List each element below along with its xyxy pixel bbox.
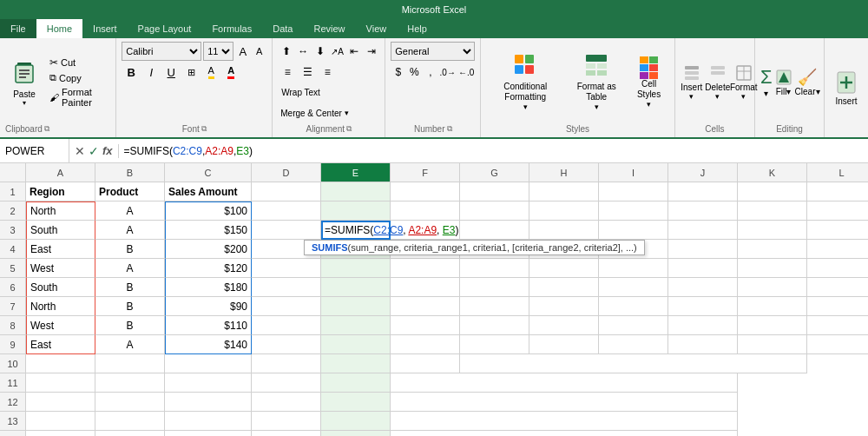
underline-button[interactable]: U bbox=[161, 63, 181, 82]
cell-e10[interactable] bbox=[321, 354, 391, 373]
delete-button[interactable]: Delete▾ bbox=[707, 63, 729, 101]
number-format-select[interactable]: General bbox=[391, 42, 475, 61]
cell-f1[interactable] bbox=[391, 182, 460, 201]
cell-l9[interactable] bbox=[807, 335, 868, 354]
cell-e8[interactable] bbox=[321, 316, 391, 335]
cell-c4[interactable]: $200 bbox=[165, 240, 252, 259]
align-top-btn[interactable]: ⬆ bbox=[278, 42, 294, 61]
cell-i2[interactable] bbox=[599, 201, 668, 221]
col-header-k[interactable]: K bbox=[738, 163, 807, 182]
cell-l4[interactable] bbox=[807, 240, 868, 259]
cell-f10[interactable] bbox=[391, 354, 460, 373]
cell-l5[interactable] bbox=[807, 259, 868, 278]
cell-c6[interactable]: $180 bbox=[165, 278, 252, 297]
cell-j7[interactable] bbox=[668, 297, 738, 316]
cell-l7[interactable] bbox=[807, 297, 868, 316]
cell-b6[interactable]: B bbox=[95, 278, 165, 297]
cell-b10[interactable] bbox=[95, 354, 165, 373]
cell-k7[interactable] bbox=[738, 297, 807, 316]
cell-j5[interactable] bbox=[668, 259, 738, 278]
col-header-b[interactable]: B bbox=[95, 163, 165, 182]
cell-j6[interactable] bbox=[668, 278, 738, 297]
cell-e5[interactable] bbox=[321, 259, 391, 278]
cell-k1[interactable] bbox=[738, 182, 807, 201]
tab-formulas[interactable]: Formulas bbox=[201, 19, 262, 38]
cell-a5[interactable]: West bbox=[26, 259, 95, 278]
rotate-text-btn[interactable]: ↗A bbox=[329, 42, 345, 61]
cell-a10[interactable] bbox=[26, 354, 95, 373]
cell-d5[interactable] bbox=[252, 259, 321, 278]
cell-styles-button[interactable]: Cell Styles ▾ bbox=[628, 55, 668, 110]
cell-b5[interactable]: A bbox=[95, 259, 165, 278]
col-header-g[interactable]: G bbox=[460, 163, 529, 182]
cell-h7[interactable] bbox=[529, 297, 599, 316]
cell-l6[interactable] bbox=[807, 278, 868, 297]
cell-e1[interactable] bbox=[321, 182, 391, 201]
cell-h8[interactable] bbox=[529, 316, 599, 335]
cell-e7[interactable] bbox=[321, 297, 391, 316]
cell-l2[interactable] bbox=[807, 201, 868, 221]
wrap-text-btn[interactable]: Wrap Text bbox=[278, 83, 324, 102]
tab-data[interactable]: Data bbox=[262, 19, 303, 38]
autosum-button[interactable]: Σ ▾ bbox=[760, 66, 773, 98]
cell-l1[interactable] bbox=[807, 182, 868, 201]
tab-home[interactable]: Home bbox=[36, 19, 82, 38]
cell-b1[interactable]: Product bbox=[95, 182, 165, 201]
font-name-select[interactable]: Calibri bbox=[122, 42, 201, 61]
format-button[interactable]: Format▾ bbox=[733, 63, 755, 101]
cell-k4[interactable] bbox=[738, 240, 807, 259]
name-box[interactable] bbox=[0, 139, 69, 162]
cell-d10[interactable] bbox=[252, 354, 321, 373]
paste-button[interactable]: Paste ▾ bbox=[5, 42, 43, 122]
formula-input[interactable]: =SUMIFS(C2:C9, A2:A9, E3) bbox=[119, 145, 868, 157]
font-color-button[interactable]: A bbox=[221, 63, 240, 82]
cell-k8[interactable] bbox=[738, 316, 807, 335]
cell-i8[interactable] bbox=[599, 316, 668, 335]
bold-button[interactable]: B bbox=[122, 63, 141, 82]
cell-h9[interactable] bbox=[529, 335, 599, 354]
cell-e3[interactable]: =SUMIFS(C2:C9, A2:A9, E3) bbox=[321, 221, 391, 240]
cut-button[interactable]: ✂ Cut bbox=[47, 56, 110, 69]
cell-g7[interactable] bbox=[460, 297, 529, 316]
col-header-d[interactable]: D bbox=[252, 163, 321, 182]
cell-g9[interactable] bbox=[460, 335, 529, 354]
cell-h5[interactable] bbox=[529, 259, 599, 278]
cell-f8[interactable] bbox=[391, 316, 460, 335]
indent-decrease-btn[interactable]: ⇤ bbox=[346, 42, 363, 61]
cell-i1[interactable] bbox=[599, 182, 668, 201]
cell-j3[interactable] bbox=[668, 221, 738, 240]
align-middle-btn[interactable]: ↔ bbox=[295, 42, 312, 61]
cell-a6[interactable]: South bbox=[26, 278, 95, 297]
fill-button[interactable]: Fill▾ bbox=[774, 68, 793, 96]
cell-i3[interactable] bbox=[599, 221, 668, 240]
cell-e2[interactable] bbox=[321, 201, 391, 221]
col-header-c[interactable]: C bbox=[165, 163, 252, 182]
conditional-formatting-button[interactable]: Conditional Formatting ▾ bbox=[486, 51, 564, 113]
align-center-btn[interactable]: ☰ bbox=[298, 63, 317, 82]
insert-button[interactable]: Insert▾ bbox=[681, 63, 703, 101]
increase-font-btn[interactable]: A bbox=[235, 43, 250, 60]
cell-c9[interactable]: $140 bbox=[165, 335, 252, 354]
cell-b4[interactable]: B bbox=[95, 240, 165, 259]
border-button[interactable]: ⊞ bbox=[181, 63, 201, 82]
increase-decimal-btn[interactable]: .0→ bbox=[439, 63, 457, 82]
format-as-table-button[interactable]: Format as Table ▾ bbox=[568, 51, 625, 113]
col-header-j[interactable]: J bbox=[668, 163, 738, 182]
cell-g5[interactable] bbox=[460, 259, 529, 278]
cell-a2[interactable]: North bbox=[26, 201, 95, 221]
clear-button[interactable]: 🧹 Clear▾ bbox=[795, 68, 820, 96]
col-header-a[interactable]: A bbox=[26, 163, 95, 182]
name-box-input[interactable] bbox=[5, 145, 63, 157]
tab-page-layout[interactable]: Page Layout bbox=[128, 19, 202, 38]
cell-d6[interactable] bbox=[252, 278, 321, 297]
insert-function-btn[interactable]: fx bbox=[102, 144, 113, 157]
cell-c5[interactable]: $120 bbox=[165, 259, 252, 278]
align-bottom-btn[interactable]: ⬇ bbox=[312, 42, 329, 61]
cell-d1[interactable] bbox=[252, 182, 321, 201]
indent-increase-btn[interactable]: ⇥ bbox=[364, 42, 380, 61]
confirm-formula-btn[interactable]: ✓ bbox=[89, 144, 99, 158]
font-size-select[interactable]: 11 bbox=[203, 42, 233, 61]
cell-j8[interactable] bbox=[668, 316, 738, 335]
copy-button[interactable]: ⧉ Copy bbox=[47, 71, 110, 84]
cell-a8[interactable]: West bbox=[26, 316, 95, 335]
